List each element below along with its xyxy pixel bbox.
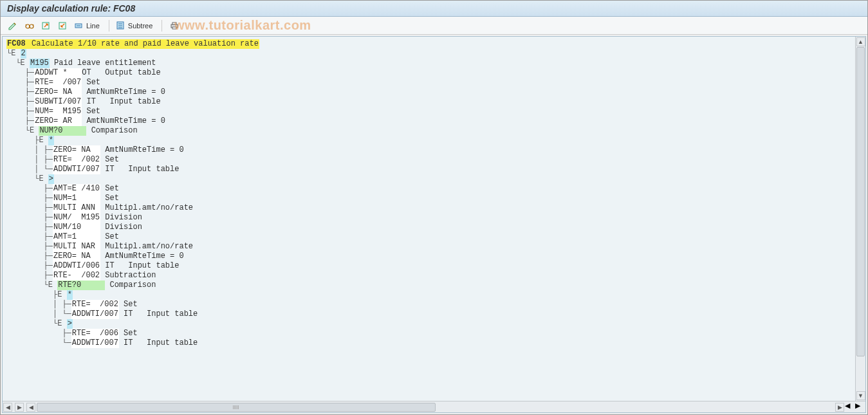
tree-row[interactable]: │ └─ADDWTI/007 IT Input table <box>6 165 862 174</box>
hscroll-thumb[interactable] <box>37 403 436 412</box>
outer-scroll-right-icon[interactable]: ▶ <box>15 403 24 412</box>
tree-cell: Division <box>100 213 142 223</box>
subtree-button[interactable]: Subtree <box>115 19 157 32</box>
window-title: Display calculation rule: FC08 <box>1 1 867 17</box>
toolbar-separator <box>109 20 109 32</box>
tree-cell: Multipl.amt/no/rate <box>100 242 193 252</box>
tree-row[interactable]: FC08 Calculate 1/10 rate and paid leave … <box>6 39 862 49</box>
tree-row[interactable]: │ ├─ZERO= NA AmtNumRteTime = 0 <box>6 145 862 155</box>
tree-cell: Comparison <box>86 126 137 136</box>
tree-cell: ZERO= AR <box>34 116 82 126</box>
glasses-button[interactable] <box>23 19 37 32</box>
tree-cell: IT Input table <box>82 97 160 107</box>
tree-view[interactable]: FC08 Calculate 1/10 rate and paid leave … <box>3 37 865 401</box>
tree-row[interactable]: └E NUM?0 Comparison <box>6 126 862 136</box>
tree-row[interactable]: ├─NUM/10 Division <box>6 223 862 232</box>
tree-cell: Paid leave entitlement <box>50 59 156 68</box>
expand-arrow-button[interactable] <box>39 19 53 32</box>
tree-row[interactable]: ├E * <box>6 136 862 145</box>
tree-cell: RTE= /006 <box>71 329 119 338</box>
tree-row[interactable]: ├─NUM=1 Set <box>6 194 862 203</box>
tree-row[interactable]: ├─ADDWT * OT Output table <box>6 68 862 78</box>
app-window: Display calculation rule: FC08 Line Subt… <box>0 0 868 415</box>
scroll-right-icon[interactable]: ▶ <box>835 403 844 412</box>
scroll-up-icon[interactable]: ▲ <box>856 37 865 46</box>
print-button[interactable] <box>167 19 181 32</box>
tree-row[interactable]: ├─AMT=E /410 Set <box>6 184 862 194</box>
tree-cell: ADDWTI/007 <box>71 309 119 319</box>
tree-row[interactable]: │ ├─RTE= /002 Set <box>6 155 862 165</box>
tree-cell: RTE= /002 <box>71 300 119 309</box>
tree-cell: ZERO= NA <box>34 88 82 97</box>
tree-row[interactable]: ├─NUM/ M195 Division <box>6 213 862 223</box>
scroll-thumb[interactable] <box>856 47 865 356</box>
tree-cell: 2 <box>21 49 26 59</box>
watermark: www.tutorialkart.com <box>174 18 311 33</box>
tree-cell: M195 <box>30 59 50 68</box>
tree-cell: * <box>67 290 73 300</box>
tree-cell: AmtNumRteTime = 0 <box>82 116 165 126</box>
tree-row[interactable]: │ └─ADDWTI/007 IT Input table <box>6 309 862 319</box>
tree-row[interactable]: ├─ZERO= NA AmtNumRteTime = 0 <box>6 252 862 261</box>
tree-cell: ZERO= NA <box>53 252 100 261</box>
outer-hscroll: ◀ ▶ <box>3 401 24 412</box>
tree-row[interactable]: └─ADDWTI/007 IT Input table <box>6 338 862 348</box>
svg-rect-11 <box>172 23 176 24</box>
tree-cell: AmtNumRteTime = 0 <box>100 252 184 261</box>
tree-cell: NUM=1 <box>53 194 100 203</box>
tree-row[interactable]: ├─SUBWTI/007 IT Input table <box>6 97 862 107</box>
line-button[interactable]: Line <box>73 19 104 32</box>
tree-cell: Subtraction <box>100 271 156 281</box>
edit-pencil-button[interactable] <box>6 19 20 32</box>
horizontal-scrollbar[interactable]: ◀ ▶ <box>26 401 845 412</box>
vertical-scrollbar[interactable]: ▲ ▼ <box>855 37 865 401</box>
tree-cell: * <box>48 136 54 145</box>
tree-row[interactable]: └E 2 <box>6 49 862 59</box>
tree-cell: Set <box>82 78 100 88</box>
scroll-down-icon[interactable]: ▼ <box>856 391 865 400</box>
tree-cell: Comparison <box>105 281 156 290</box>
tree-cell: ADDWTI/007 <box>71 338 119 348</box>
toolbar: Line Subtree www.tutorialkart.com <box>1 17 867 35</box>
scroll-track[interactable] <box>856 47 865 391</box>
tree-cell: IT Input table <box>119 338 198 348</box>
outer-scroll-left-icon[interactable]: ◀ <box>3 403 12 412</box>
tree-row[interactable]: ├─AMT=1 Set <box>6 232 862 242</box>
outer-scroll-right2-icon[interactable]: ▶ <box>855 401 865 412</box>
collapse-arrow-button[interactable] <box>56 19 70 32</box>
tree-cell: Set <box>100 232 119 242</box>
tree-row[interactable]: │ ├─RTE= /002 Set <box>6 300 862 309</box>
tree-cell: MULTI ANN <box>53 203 100 213</box>
scroll-left-icon[interactable]: ◀ <box>26 403 35 412</box>
tree-row[interactable]: ├─RTE= /006 Set <box>6 329 862 338</box>
tree-row[interactable]: └E RTE?0 Comparison <box>6 281 862 290</box>
tree-cell: RTE= /007 <box>34 78 82 88</box>
tree-cell: NUM?0 <box>39 126 86 136</box>
tree-cell: RTE= /002 <box>53 155 100 165</box>
tree-cell: Set <box>100 155 119 165</box>
title-text: Display calculation rule: FC08 <box>7 3 135 14</box>
tree-row[interactable]: ├─MULTI ANN Multipl.amt/no/rate <box>6 203 862 213</box>
tree-row[interactable]: ├─ZERO= NA AmtNumRteTime = 0 <box>6 88 862 97</box>
tree-row[interactable]: ├─NUM= M195 Set <box>6 107 862 116</box>
hscroll-track[interactable] <box>37 403 834 412</box>
tree-cell: Set <box>100 194 119 203</box>
tree-row[interactable]: ├─RTE- /002 Subtraction <box>6 271 862 281</box>
tree-row[interactable]: └E > <box>6 319 862 329</box>
tree-cell: AMT=E /410 <box>53 184 100 194</box>
tree-row[interactable]: └E > <box>6 174 862 184</box>
tree-cell: AmtNumRteTime = 0 <box>100 145 184 155</box>
tree-row[interactable]: ├E * <box>6 290 862 300</box>
tree-cell: IT Input table <box>100 165 179 174</box>
tree-row[interactable]: ├─ZERO= AR AmtNumRteTime = 0 <box>6 116 862 126</box>
tree-cell: SUBWTI/007 <box>34 97 82 107</box>
tree-row[interactable]: ├─ADDWTI/006 IT Input table <box>6 261 862 271</box>
tree-cell: Division <box>100 223 142 232</box>
tree-row[interactable]: └E M195 Paid leave entitlement <box>6 59 862 68</box>
svg-rect-12 <box>172 27 176 29</box>
tree-row[interactable]: ├─RTE= /007 Set <box>6 78 862 88</box>
tree-cell: > <box>48 174 54 184</box>
tree-cell: RTE- /002 <box>53 271 100 281</box>
tree-row[interactable]: ├─MULTI NAR Multipl.amt/no/rate <box>6 242 862 252</box>
outer-scroll-left2-icon[interactable]: ◀ <box>845 401 855 412</box>
